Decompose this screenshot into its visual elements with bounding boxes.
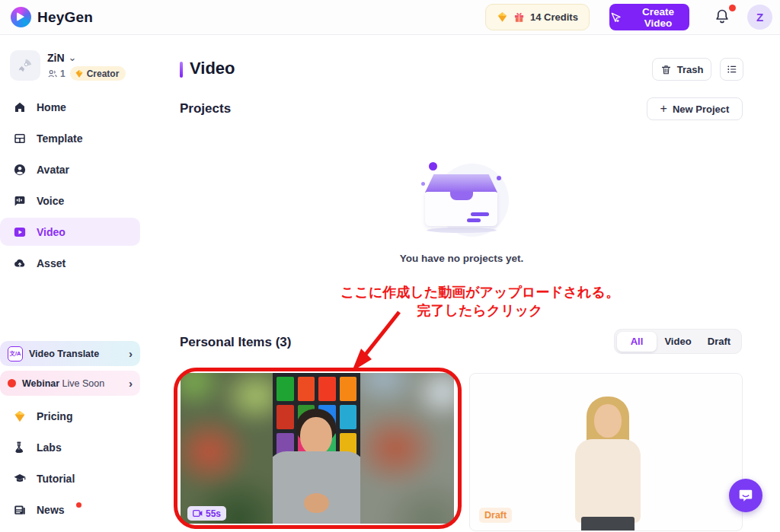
- person-face: [300, 417, 332, 455]
- pricing-icon: [13, 409, 27, 423]
- duration-badge: 55s: [187, 506, 226, 521]
- deco-dot: [421, 182, 425, 186]
- page-title: Video: [190, 59, 235, 78]
- member-count: 1: [47, 68, 66, 79]
- sidebar-item-avatar[interactable]: Avatar: [0, 155, 140, 183]
- sidebar-item-asset[interactable]: Asset: [0, 249, 140, 277]
- sidebar-item-label: Video: [37, 226, 66, 238]
- new-project-button[interactable]: + New Project: [647, 97, 743, 120]
- workspace-switcher[interactable]: ZiN ⌄: [47, 52, 76, 64]
- video-translate-label: Video Translate: [29, 349, 123, 359]
- chat-icon: [737, 487, 754, 504]
- sidebar-item-label: Pricing: [37, 410, 72, 422]
- sidebar-item-video[interactable]: Video: [0, 218, 140, 246]
- top-bar: HeyGen 14 Credits Create Video: [0, 0, 780, 35]
- trash-label: Trash: [677, 64, 704, 75]
- person-blouse: [575, 439, 641, 523]
- news-icon: [13, 503, 27, 517]
- person-hands: [304, 493, 329, 513]
- page-title-accent: [180, 62, 183, 78]
- chevron-right-icon: ›: [129, 377, 133, 390]
- sidebar-item-label: Asset: [37, 257, 66, 269]
- chevron-down-icon: ⌄: [69, 54, 77, 62]
- user-avatar[interactable]: Z: [747, 5, 772, 30]
- sidebar-item-video-translate[interactable]: 文/A Video Translate ›: [0, 341, 140, 366]
- live-dot-icon: [8, 379, 16, 387]
- home-icon: [13, 100, 27, 114]
- video-camera-icon: [193, 509, 203, 518]
- workspace-meta: 1 Creator: [47, 66, 126, 81]
- sidebar-item-template[interactable]: Template: [0, 124, 140, 152]
- sidebar-item-pricing[interactable]: Pricing: [0, 402, 140, 430]
- sidebar-item-webinar[interactable]: Webinar Live Soon ›: [0, 371, 140, 396]
- thumb-blur-right: [360, 373, 454, 524]
- projects-heading: Projects: [180, 101, 231, 116]
- tutorial-icon: [13, 472, 27, 486]
- filter-tabs: All Video Draft: [614, 329, 742, 354]
- heygen-logo-icon: [11, 7, 31, 27]
- draft-card[interactable]: Draft: [469, 373, 743, 531]
- empty-box-notch: [450, 192, 473, 200]
- video-icon: [13, 225, 27, 239]
- sidebar-item-news[interactable]: News: [0, 495, 140, 524]
- tab-all[interactable]: All: [617, 332, 657, 352]
- labs-icon: [13, 441, 27, 454]
- deco-dot: [429, 162, 437, 170]
- brand-name: HeyGen: [37, 9, 93, 26]
- sidebar-item-label: Labs: [37, 441, 62, 454]
- thumb-main-strip: [273, 373, 360, 524]
- notifications-button[interactable]: [713, 6, 734, 29]
- webinar-label: Webinar Live Soon: [22, 378, 123, 389]
- plus-icon: +: [660, 102, 667, 116]
- status-badge: Draft: [479, 508, 512, 523]
- sidebar-item-label: Avatar: [37, 164, 69, 176]
- create-video-cursor-icon: [609, 11, 622, 24]
- tab-draft[interactable]: Draft: [699, 332, 739, 352]
- sidebar-item-tutorial[interactable]: Tutorial: [0, 464, 140, 492]
- sidebar-item-label: Voice: [37, 195, 64, 207]
- chevron-right-icon: ›: [129, 347, 133, 360]
- empty-message: You have no projects yet.: [180, 253, 743, 264]
- annotation-text: ここに作成した動画がアップロードされる。 完了したらクリック: [251, 283, 708, 320]
- trash-icon: [660, 64, 672, 75]
- avatar-initial: Z: [756, 11, 763, 24]
- gift-icon: [513, 11, 525, 23]
- workspace-avatar[interactable]: [10, 50, 40, 81]
- thumb-blur-left: [181, 373, 273, 524]
- role-badge: Creator: [70, 66, 126, 81]
- trash-button[interactable]: Trash: [652, 58, 711, 81]
- credits-count: 14 Credits: [530, 11, 578, 23]
- credits-pill[interactable]: 14 Credits: [485, 4, 590, 30]
- deco-dot: [497, 176, 501, 180]
- empty-box-lid: [425, 174, 497, 193]
- asset-icon: [13, 256, 27, 270]
- heygen-app: HeyGen 14 Credits Create Video: [0, 0, 780, 532]
- sidebar-item-voice[interactable]: Voice: [0, 186, 140, 215]
- personal-items-heading: Personal Items (3): [180, 335, 291, 350]
- voice-icon: [13, 194, 27, 208]
- members-icon: [47, 68, 58, 79]
- list-view-button[interactable]: [720, 58, 743, 81]
- sidebar-item-label: Tutorial: [37, 473, 75, 485]
- news-notification-dot: [76, 502, 82, 508]
- translate-icon: 文/A: [8, 346, 23, 362]
- create-video-label: Create Video: [627, 6, 689, 29]
- box-line: [467, 218, 481, 222]
- notification-dot: [729, 5, 736, 11]
- brand[interactable]: HeyGen: [11, 7, 93, 27]
- avatar-icon: [13, 163, 27, 177]
- create-video-button[interactable]: Create Video: [609, 4, 689, 30]
- sidebar-item-home[interactable]: Home: [0, 93, 140, 121]
- chat-support-button[interactable]: [729, 479, 762, 512]
- new-project-label: New Project: [673, 104, 729, 115]
- box-line: [471, 212, 489, 216]
- sidebar-item-label: Template: [37, 132, 82, 145]
- sidebar-item-labs[interactable]: Labs: [0, 433, 140, 461]
- tab-video[interactable]: Video: [658, 332, 698, 352]
- workspace-name: ZiN: [47, 52, 65, 64]
- diamond-icon: [75, 69, 84, 78]
- rocket-icon: [17, 57, 34, 74]
- box-shadow: [427, 228, 497, 233]
- video-card[interactable]: 55s: [181, 373, 454, 524]
- sidebar-item-label: Home: [37, 101, 66, 113]
